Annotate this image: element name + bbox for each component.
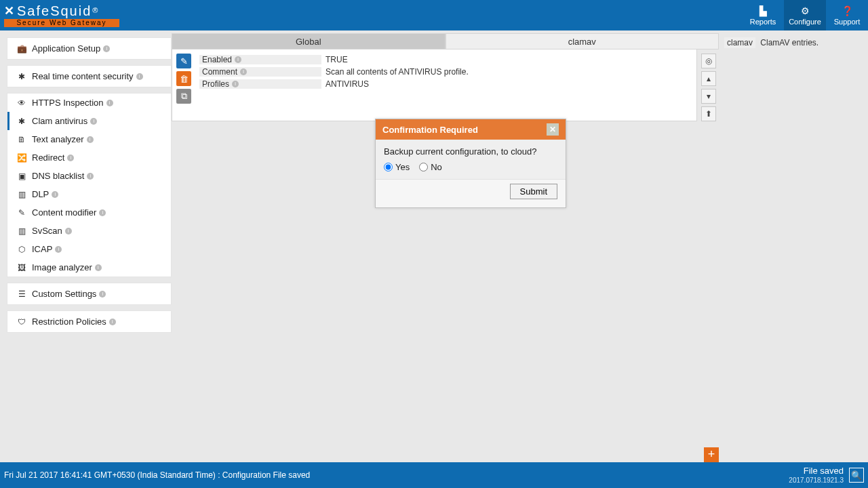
sidebar-item-dlp[interactable]: ▥ DLP i — [7, 185, 171, 203]
topnav-reports[interactable]: ▙ Reports — [742, 0, 784, 30]
sidebar-item-dns-blacklist[interactable]: ▣ DNS blacklist i — [7, 167, 171, 185]
edit-button[interactable]: ✎ — [176, 54, 191, 68]
sidebar-item-svscan[interactable]: ▥ SvScan i — [7, 222, 171, 240]
sidebar-item-text-analyzer[interactable]: 🗎 Text analyzer i — [7, 130, 171, 148]
delete-button[interactable]: 🗑 — [176, 71, 191, 86]
topbar: ✕ SafeSquid ® Secure Web Gateway ▙ Repor… — [0, 0, 868, 30]
clone-button[interactable]: ⧉ — [176, 89, 191, 104]
brand-tagline: Secure Web Gateway — [4, 19, 119, 27]
dialog-option-no[interactable]: No — [419, 162, 442, 172]
brand-registered: ® — [92, 7, 99, 14]
brand-logo-icon: ✕ — [4, 5, 16, 17]
sidebar-item-label: Redirect — [32, 152, 64, 163]
text-icon: 🗎 — [16, 135, 28, 144]
shield-icon: 🛡 — [16, 317, 28, 327]
eye-icon: 👁 — [16, 98, 28, 108]
sidebar-group-restriction-policies[interactable]: 🛡 Restriction Policies i — [7, 310, 172, 333]
info-icon[interactable]: i — [235, 56, 241, 63]
dialog-titlebar: Confirmation Required ✕ — [376, 119, 566, 140]
sidebar-group-application-setup[interactable]: 💼 Application Setup i — [7, 37, 172, 60]
info-icon[interactable]: i — [106, 100, 113, 106]
entry-actions: ✎ 🗑 ⧉ — [176, 54, 194, 117]
field-value: TRUE — [321, 55, 348, 64]
info-icon[interactable]: i — [90, 118, 97, 125]
info-icon[interactable]: i — [65, 228, 72, 235]
brand: ✕ SafeSquid ® Secure Web Gateway — [4, 4, 119, 27]
search-button[interactable]: 🔍 — [849, 468, 864, 483]
move-down-button[interactable]: ▾ — [701, 89, 716, 104]
topnav: ▙ Reports ⚙ Configure ❓ Support — [742, 0, 868, 30]
info-icon[interactable]: i — [52, 191, 58, 198]
radio-no-label: No — [431, 162, 442, 172]
sidebar-item-label: Content modifier — [32, 207, 96, 218]
info-icon[interactable]: i — [87, 136, 94, 143]
briefcase-icon: 💼 — [16, 44, 28, 54]
topnav-configure[interactable]: ⚙ Configure — [784, 0, 826, 30]
caret-down-icon: ▾ — [707, 92, 711, 101]
tab-global[interactable]: Global — [172, 33, 446, 49]
entry-fields: Enabledi TRUE Commenti Scan all contents… — [199, 54, 692, 117]
field-key: Profiles — [202, 79, 229, 89]
main: Global clamav ✎ 🗑 ⧉ Enabledi TRUE — [172, 30, 868, 462]
tab-label: clamav — [568, 37, 596, 47]
sidebar-group-rtcs[interactable]: ✱ Real time content security i — [7, 65, 172, 87]
info-icon[interactable]: i — [95, 264, 102, 271]
move-up-button[interactable]: ▴ — [701, 71, 716, 86]
brand-name: ✕ SafeSquid ® — [4, 4, 119, 18]
info-icon[interactable]: i — [109, 319, 116, 325]
info-icon[interactable]: i — [99, 291, 106, 298]
info-icon[interactable]: i — [232, 81, 239, 87]
status-message: Fri Jul 21 2017 16:41:41 GMT+0530 (India… — [4, 470, 310, 480]
sidebar-item-label: SvScan — [32, 226, 62, 236]
sidebar: 💼 Application Setup i ✱ Real time conten… — [0, 30, 172, 462]
sidebar-item-content-modifier[interactable]: ✎ Content modifier i — [7, 203, 171, 222]
topnav-support[interactable]: ❓ Support — [826, 0, 868, 30]
sidebar-group-label: Real time content security — [32, 71, 134, 81]
sidebar-group-label: Custom Settings — [32, 289, 96, 299]
radio-yes[interactable] — [384, 163, 393, 171]
info-icon[interactable]: i — [67, 155, 74, 161]
sliders-icon: ☰ — [16, 289, 28, 299]
sidebar-group-custom-settings[interactable]: ☰ Custom Settings i — [7, 283, 172, 305]
sidebar-item-label: ICAP — [32, 244, 52, 254]
dialog-submit-button[interactable]: Submit — [510, 184, 557, 199]
sidebar-item-https-inspection[interactable]: 👁 HTTPS Inspection i — [7, 94, 171, 112]
add-entry-button[interactable]: + — [704, 447, 719, 462]
sidebar-item-image-analyzer[interactable]: 🖼 Image analyzer i — [7, 258, 171, 277]
dialog-title: Confirmation Required — [382, 125, 478, 135]
sidebar-item-label: Clam antivirus — [32, 116, 87, 126]
info-icon[interactable]: i — [99, 209, 106, 216]
upload-button[interactable]: ⬆ — [701, 106, 716, 121]
info-icon[interactable]: i — [55, 246, 62, 253]
version-label: 2017.0718.1921.3 — [789, 476, 844, 485]
info-icon[interactable]: i — [87, 173, 94, 180]
dialog-options: Yes No — [384, 162, 557, 172]
target-button[interactable]: ◎ — [701, 54, 716, 68]
close-icon: ✕ — [549, 125, 556, 134]
blacklist-icon: ▣ — [16, 171, 28, 181]
dialog-close-button[interactable]: ✕ — [547, 123, 559, 136]
radio-no[interactable] — [419, 163, 428, 171]
info-icon[interactable]: i — [240, 68, 247, 75]
topnav-configure-label: Configure — [789, 18, 821, 26]
info-icon[interactable]: i — [103, 45, 110, 52]
statusbar-right-text: File saved 2017.0718.1921.3 — [789, 466, 844, 485]
upload-icon: ⬆ — [705, 109, 712, 119]
sidebar-item-redirect[interactable]: 🔀 Redirect i — [7, 148, 171, 167]
info-icon[interactable]: i — [136, 73, 143, 80]
dialog-option-yes[interactable]: Yes — [384, 162, 410, 172]
image-icon: 🖼 — [16, 263, 28, 272]
sidebar-item-label: DLP — [32, 189, 49, 199]
copy-icon: ⧉ — [181, 91, 187, 102]
statusbar: Fri Jul 21 2017 16:41:41 GMT+0530 (India… — [0, 462, 868, 488]
asterisk-icon: ✱ — [16, 72, 28, 81]
confirmation-dialog: Confirmation Required ✕ Backup current c… — [375, 119, 566, 208]
pencil-icon: ✎ — [180, 56, 188, 66]
sidebar-item-label: HTTPS Inspection — [32, 98, 104, 108]
sidebar-item-clam-antivirus[interactable]: ✱ Clam antivirus i — [7, 112, 171, 130]
tab-clamav[interactable]: clamav — [446, 33, 719, 49]
target-icon: ◎ — [705, 56, 712, 66]
field-enabled: Enabledi TRUE — [199, 54, 692, 66]
entry-panel: ✎ 🗑 ⧉ Enabledi TRUE Commenti Scan all co… — [172, 49, 697, 121]
sidebar-item-icap[interactable]: ⬡ ICAP i — [7, 240, 171, 258]
